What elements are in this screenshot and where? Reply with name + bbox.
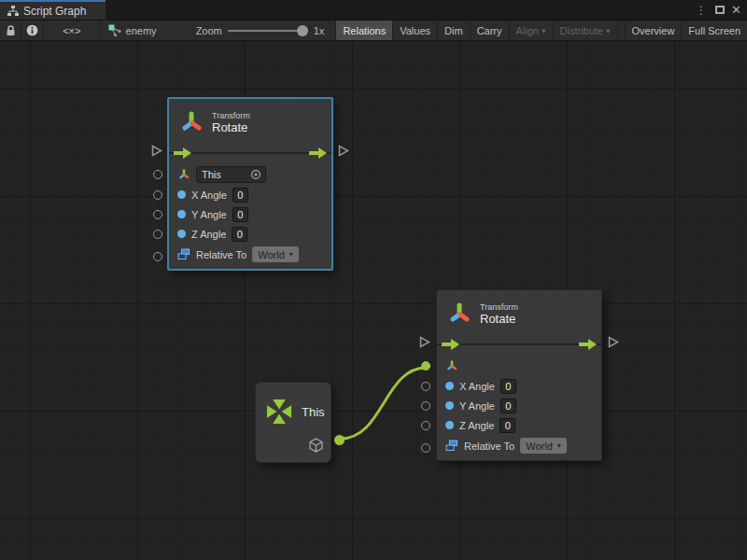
flow-line — [437, 343, 601, 345]
x-angle-label: X Angle — [191, 189, 227, 201]
lock-icon — [6, 25, 16, 36]
tab-title: Script Graph — [23, 5, 86, 18]
x-angle-port[interactable] — [153, 190, 162, 200]
toolbar-spacer — [617, 21, 625, 40]
distribute-button: Distribute▾ — [553, 21, 617, 40]
z-angle-value[interactable]: 0 — [232, 227, 247, 242]
graph-breadcrumb[interactable]: enemy — [101, 21, 166, 40]
node-header[interactable]: Transform Rotate — [169, 99, 331, 142]
maximize-icon[interactable] — [715, 6, 725, 14]
align-button: Align▾ — [509, 21, 553, 40]
info-icon — [26, 24, 38, 36]
info-button[interactable] — [21, 21, 44, 40]
x-angle-row: X Angle 0 — [437, 376, 601, 396]
relations-button[interactable]: Relations — [335, 21, 392, 40]
z-angle-label: Z Angle — [191, 229, 226, 240]
graph-toolbar: <×> enemy Zoom 1x Relations Values Dim C… — [0, 21, 747, 41]
relative-to-dropdown[interactable]: World ▾ — [252, 246, 299, 262]
zoom-value: 1x — [314, 25, 325, 36]
float-port-icon — [177, 230, 186, 238]
chevron-down-icon: ▾ — [542, 26, 546, 35]
code-preview-icon: <×> — [63, 25, 80, 36]
chevron-down-icon: ▾ — [606, 26, 611, 35]
rotate-node-1[interactable]: Transform Rotate This — [167, 97, 333, 271]
node-title: Rotate — [212, 120, 250, 134]
target-row: This — [169, 164, 331, 185]
flow-output-port[interactable] — [338, 145, 349, 157]
x-angle-port[interactable] — [421, 382, 430, 391]
object-picker-icon[interactable] — [250, 169, 261, 180]
target-input-port[interactable] — [153, 170, 162, 179]
y-angle-row: Y Angle 0 — [437, 396, 601, 415]
flow-input-port[interactable] — [419, 336, 430, 348]
transform-icon — [446, 301, 472, 327]
zoom-slider-handle[interactable] — [297, 25, 308, 36]
zoom-control: Zoom 1x — [189, 21, 332, 40]
this-node-label: This — [302, 405, 325, 419]
zoom-slider[interactable] — [228, 24, 308, 37]
enum-icon — [177, 248, 190, 260]
node-category: Transform — [212, 111, 250, 120]
node-category: Transform — [480, 302, 518, 312]
close-icon[interactable]: ✕ — [731, 4, 741, 16]
code-preview-button[interactable]: <×> — [44, 21, 101, 40]
relative-to-label: Relative To — [196, 249, 247, 260]
node-header[interactable]: Transform Rotate — [437, 290, 601, 333]
zoom-label: Zoom — [196, 25, 222, 36]
x-angle-label: X Angle — [459, 381, 495, 392]
target-object-field[interactable]: This — [196, 166, 266, 183]
relative-to-port[interactable] — [153, 252, 162, 261]
z-angle-row: Z Angle 0 — [169, 224, 331, 244]
z-angle-port[interactable] — [421, 421, 430, 430]
graph-canvas[interactable]: Transform Rotate This — [0, 41, 747, 560]
this-output-port[interactable] — [334, 435, 345, 445]
y-angle-row: Y Angle 0 — [169, 204, 331, 224]
relative-to-label: Relative To — [464, 441, 514, 452]
chevron-down-icon: ▾ — [557, 441, 561, 450]
overview-button[interactable]: Overview — [625, 21, 682, 40]
toolbar-buttons: Relations Values Dim Carry Align▾ Distri… — [335, 21, 747, 40]
carry-button[interactable]: Carry — [470, 21, 509, 40]
float-port-icon — [177, 210, 186, 218]
tab-bar: Script Graph ⋮ ✕ — [0, 0, 747, 21]
graph-asset-icon — [108, 24, 121, 36]
connection-wire-layer — [0, 41, 747, 560]
this-node[interactable]: This — [255, 382, 331, 463]
float-port-icon — [445, 382, 454, 390]
float-port-icon — [445, 401, 454, 410]
gameobject-cube-icon — [308, 437, 324, 454]
relative-to-dropdown[interactable]: World ▾ — [520, 438, 567, 454]
y-angle-value[interactable]: 0 — [233, 207, 248, 222]
graph-name: enemy — [126, 25, 157, 36]
z-angle-value[interactable]: 0 — [500, 418, 515, 433]
flow-output-port[interactable] — [608, 336, 619, 348]
x-angle-value[interactable]: 0 — [233, 188, 248, 203]
x-angle-row: X Angle 0 — [169, 185, 331, 204]
transform-small-icon — [445, 359, 458, 372]
y-angle-value[interactable]: 0 — [500, 399, 516, 413]
y-angle-label: Y Angle — [459, 400, 495, 412]
connection-wire — [341, 368, 426, 439]
relative-to-row: Relative To World ▾ — [169, 244, 331, 269]
y-angle-port[interactable] — [153, 210, 162, 219]
relative-to-port[interactable] — [421, 443, 430, 453]
lock-button[interactable] — [0, 21, 21, 40]
tab-script-graph[interactable]: Script Graph — [0, 0, 106, 20]
window-menu-icon[interactable]: ⋮ — [694, 5, 709, 16]
y-angle-port[interactable] — [421, 401, 430, 411]
rotate-node-2[interactable]: Transform Rotate X Angle 0 — [436, 289, 602, 461]
flow-row — [169, 142, 331, 164]
target-input-port-connected[interactable] — [421, 361, 430, 371]
dim-button[interactable]: Dim — [437, 21, 470, 40]
flow-out-arrow-icon — [579, 339, 597, 350]
transform-icon — [178, 109, 204, 135]
flow-line — [169, 152, 331, 154]
node-title: Rotate — [480, 312, 518, 326]
fullscreen-button[interactable]: Full Screen — [681, 21, 747, 40]
flow-in-arrow-icon — [442, 339, 459, 350]
values-button[interactable]: Values — [392, 21, 437, 40]
y-angle-label: Y Angle — [191, 209, 227, 220]
flow-input-port[interactable] — [151, 145, 162, 157]
x-angle-value[interactable]: 0 — [500, 379, 516, 394]
z-angle-port[interactable] — [153, 230, 162, 239]
